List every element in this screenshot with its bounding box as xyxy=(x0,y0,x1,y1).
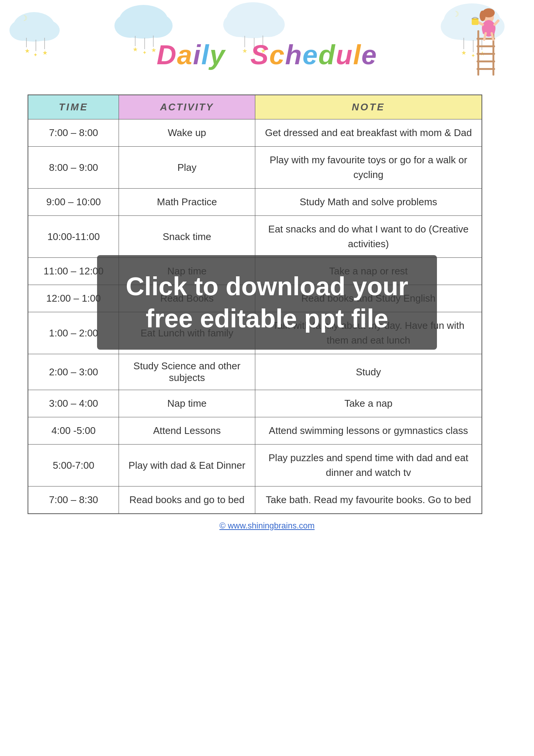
cell-time: 1:00 – 2:00 xyxy=(28,312,119,354)
cell-note: Eat snacks and do what I want to do (Cre… xyxy=(255,216,482,258)
cell-time: 9:00 – 10:00 xyxy=(28,189,119,216)
cell-note: Get dressed and eat breakfast with mom &… xyxy=(255,119,482,147)
footer-link[interactable]: © www.shiningbrains.com xyxy=(219,521,315,531)
cell-note: Attend swimming lessons or gymnastics cl… xyxy=(255,417,482,445)
cell-time: 7:00 – 8:00 xyxy=(28,119,119,147)
cell-time: 4:00 -5:00 xyxy=(28,417,119,445)
table-row: 10:00-11:00Snack timeEat snacks and do w… xyxy=(28,216,482,258)
table-row: 8:00 – 9:00PlayPlay with my favourite to… xyxy=(28,147,482,189)
cell-time: 5:00-7:00 xyxy=(28,445,119,486)
schedule-table: TIME ACTIVITY NOTE 7:00 – 8:00Wake upGet… xyxy=(28,94,482,514)
page-title: Daily Schedule xyxy=(157,39,377,70)
table-header-row: TIME ACTIVITY NOTE xyxy=(28,95,482,119)
cell-note: Take bath. Read my favourite books. Go t… xyxy=(255,486,482,514)
cell-activity: Play xyxy=(119,147,255,189)
cell-time: 10:00-11:00 xyxy=(28,216,119,258)
cell-time: 2:00 – 3:00 xyxy=(28,354,119,390)
table-row: 7:00 – 8:00Wake upGet dressed and eat br… xyxy=(28,119,482,147)
cell-time: 11:00 – 12:00 xyxy=(28,258,119,285)
table-row: 11:00 – 12:00Nap timeTake a nap or rest xyxy=(28,258,482,285)
cell-activity: Read books and go to bed xyxy=(119,486,255,514)
table-row: 9:00 – 10:00Math PracticeStudy Math and … xyxy=(28,189,482,216)
cell-note: Play with my favourite toys or go for a … xyxy=(255,147,482,189)
cell-activity: Study Science and other subjects xyxy=(119,354,255,390)
cell-activity: Read Books xyxy=(119,285,255,312)
cell-activity: Attend Lessons xyxy=(119,417,255,445)
header-activity: ACTIVITY xyxy=(119,95,255,119)
table-row: 2:00 – 3:00Study Science and other subje… xyxy=(28,354,482,390)
table-row: 7:00 – 8:30Read books and go to bedTake … xyxy=(28,486,482,514)
cell-activity: Nap time xyxy=(119,258,255,285)
cell-activity: Wake up xyxy=(119,119,255,147)
header-note: NOTE xyxy=(255,95,482,119)
cell-note: Read books and Study English xyxy=(255,285,482,312)
table-container: TIME ACTIVITY NOTE 7:00 – 8:00Wake upGet… xyxy=(28,91,506,514)
cell-note: Talk with family about my day. Have fun … xyxy=(255,312,482,354)
cell-activity: Snack time xyxy=(119,216,255,258)
table-row: 4:00 -5:00Attend LessonsAttend swimming … xyxy=(28,417,482,445)
header-time: TIME xyxy=(28,95,119,119)
cell-activity: Nap time xyxy=(119,390,255,417)
cell-note: Take a nap or rest xyxy=(255,258,482,285)
cell-activity: Math Practice xyxy=(119,189,255,216)
cell-time: 7:00 – 8:30 xyxy=(28,486,119,514)
cell-time: 3:00 – 4:00 xyxy=(28,390,119,417)
cell-time: 12:00 – 1:00 xyxy=(28,285,119,312)
cell-note: Study xyxy=(255,354,482,390)
cell-time: 8:00 – 9:00 xyxy=(28,147,119,189)
cell-note: Take a nap xyxy=(255,390,482,417)
header-area: Daily Schedule xyxy=(15,8,519,91)
cell-activity: Eat Lunch with family xyxy=(119,312,255,354)
table-row: 1:00 – 2:00Eat Lunch with familyTalk wit… xyxy=(28,312,482,354)
table-row: 12:00 – 1:00Read BooksRead books and Stu… xyxy=(28,285,482,312)
cell-note: Play puzzles and spend time with dad and… xyxy=(255,445,482,486)
cell-note: Study Math and solve problems xyxy=(255,189,482,216)
page-wrapper: ★ ✦ ★ ☽ ★ ✦ ★ xyxy=(0,0,534,756)
cell-activity: Play with dad & Eat Dinner xyxy=(119,445,255,486)
table-row: 5:00-7:00Play with dad & Eat DinnerPlay … xyxy=(28,445,482,486)
table-row: 3:00 – 4:00Nap timeTake a nap xyxy=(28,390,482,417)
